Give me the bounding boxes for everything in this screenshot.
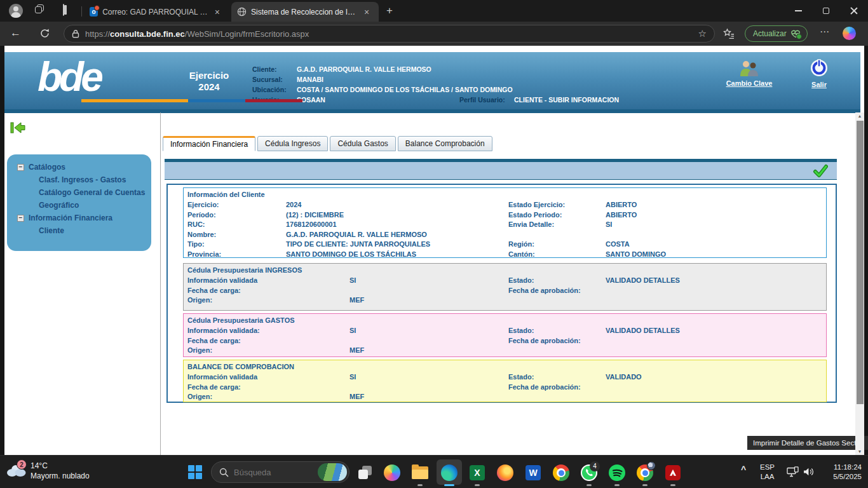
actualizar-button[interactable]: Actualizar xyxy=(745,25,808,42)
search-icon xyxy=(219,468,229,477)
info-row: Origen:MEF xyxy=(187,295,826,306)
search-highlight-image[interactable] xyxy=(318,463,347,481)
whatsapp-icon[interactable]: 4 xyxy=(580,463,599,482)
profile-avatar-icon[interactable] xyxy=(9,4,23,18)
outlook-icon: o xyxy=(90,7,98,17)
search-input[interactable] xyxy=(234,468,310,477)
copilot-taskbar-icon[interactable] xyxy=(383,463,402,482)
info-row: Origen:MEF xyxy=(187,392,826,402)
file-explorer-icon[interactable] xyxy=(410,463,430,482)
page-scrollbar[interactable]: ▲ ▼ xyxy=(855,112,864,455)
edge-icon[interactable] xyxy=(440,463,459,482)
actualizar-label: Actualizar xyxy=(753,29,787,38)
language-indicator[interactable]: ESP LAA xyxy=(760,463,775,482)
spotify-icon[interactable] xyxy=(607,463,627,482)
minimize-button[interactable] xyxy=(784,0,812,22)
excel-icon[interactable]: X xyxy=(468,463,487,482)
tab-balance-comprobacion[interactable]: Balance Comprobación xyxy=(398,136,492,151)
network-icon[interactable] xyxy=(787,466,799,480)
chrome-icon[interactable] xyxy=(552,463,571,482)
balance-comprobacion-panel: BALANCE DE COMPROBACION Información vali… xyxy=(183,360,827,402)
edge-active-indicator xyxy=(444,484,454,486)
panel-title: BALANCE DE COMPROBACION xyxy=(187,362,826,372)
acrobat-icon[interactable] xyxy=(663,463,682,482)
cedula-gastos-panel: Cédula Presupuestaria GASTOS Información… xyxy=(183,313,827,357)
chrome-profile-icon[interactable] xyxy=(635,463,654,482)
scrollbar-thumb[interactable] xyxy=(857,121,864,404)
url-text: https://consulta.bde.fin.ec/WebSim/Login… xyxy=(85,29,309,39)
browser-menu-icon[interactable]: ⋯ xyxy=(820,26,830,37)
browser-health-icon xyxy=(790,29,801,38)
collapse-menu-button[interactable] xyxy=(10,121,26,137)
header-bottom-bar xyxy=(4,109,860,113)
tray-time: 11:18:24 xyxy=(834,463,862,471)
sidebar-item-clasf-ingresos-gastos[interactable]: Clasf. Ingresos - Gastos xyxy=(7,173,151,186)
workspaces-icon[interactable] xyxy=(33,4,46,17)
tab-cedula-gastos[interactable]: Cédula Gastos xyxy=(330,136,395,151)
back-button[interactable]: ← xyxy=(10,27,21,39)
task-view-icon[interactable] xyxy=(356,463,375,482)
vertical-tabs-icon[interactable] xyxy=(61,4,74,17)
tab-cedula-ingresos[interactable]: Cédula Ingresos xyxy=(257,136,328,151)
info-row: RUC:1768120600001 Envia Detalle:SI xyxy=(187,220,826,230)
sidebar-item-geografico[interactable]: Geográfico xyxy=(7,199,151,212)
sidebar-item-cliente[interactable]: Cliente xyxy=(7,224,151,237)
validation-toolbar xyxy=(165,159,837,180)
tab-sistema[interactable]: Sistema de Recoleccion de Inform × xyxy=(231,2,379,22)
cambio-clave-link[interactable]: Cambio Clave xyxy=(721,60,777,87)
maximize-button[interactable] xyxy=(812,0,840,22)
info-row: Tipo:TIPO DE CLIENTE: JUNTA PARROQUIALES… xyxy=(187,240,826,250)
info-row: Información validadaSI Estado:VALIDADO D… xyxy=(187,276,826,286)
close-button[interactable] xyxy=(840,0,868,22)
url-domain: consulta.bde.fin.ec xyxy=(110,29,185,39)
tab-title: Sistema de Recoleccion de Inform xyxy=(251,8,358,17)
info-row: Fecha de carga: Fecha de aprobación: xyxy=(187,336,826,346)
info-row: Provincia:SANTO DOMINGO DE LOS TSÁCHILAS… xyxy=(187,250,826,260)
copilot-icon[interactable] xyxy=(843,27,856,40)
collapse-node-icon[interactable]: − xyxy=(17,215,24,222)
bookmark-star-icon[interactable]: ☆ xyxy=(698,28,707,39)
tab-close-icon[interactable]: × xyxy=(362,7,371,17)
scroll-up-icon[interactable]: ▲ xyxy=(855,114,864,118)
tab-title: Correo: GAD PARROQUIAL VALLE xyxy=(102,8,208,17)
bde-logo: bde xyxy=(37,53,100,100)
tab-correo[interactable]: o Correo: GAD PARROQUIAL VALLE × xyxy=(84,2,227,22)
tab-informacion-financiera[interactable]: Información Financiera xyxy=(163,136,255,151)
volume-icon[interactable] xyxy=(803,467,815,479)
address-bar[interactable]: https://consulta.bde.fin.ec/WebSim/Login… xyxy=(64,25,715,43)
whatsapp-badge: 4 xyxy=(590,461,600,471)
favorites-hub-icon[interactable] xyxy=(723,28,735,42)
word-icon[interactable]: W xyxy=(524,463,543,482)
scroll-down-icon[interactable]: ▼ xyxy=(855,449,864,454)
field-cliente: Cliente: G.A.D. PARROQUIAL R. VALLE HERM… xyxy=(252,64,619,74)
tab-close-icon[interactable]: × xyxy=(213,7,222,17)
sidebar-item-catalogos[interactable]: − Catálogos xyxy=(7,161,151,173)
tray-date: 5/5/2025 xyxy=(833,473,862,480)
weather-badge: 2 xyxy=(17,459,27,470)
cedula-ingresos-panel: Cédula Presupuestaria INGRESOS Informaci… xyxy=(183,263,827,311)
info-row: Nombre:G.A.D. PARROQUIAL R. VALLE HERMOS… xyxy=(187,230,826,240)
salir-link[interactable]: Salir xyxy=(800,58,838,88)
browser-tab-bar: o Correo: GAD PARROQUIAL VALLE × Sistema… xyxy=(0,0,868,22)
collapse-node-icon[interactable]: − xyxy=(17,164,24,171)
web-page: bde Ejercicio 2024 Cliente: G.A.D. PARRO… xyxy=(0,46,868,455)
refresh-button[interactable] xyxy=(39,28,50,41)
taskbar-search[interactable] xyxy=(211,461,349,483)
panel-title: Cédula Presupuestaria INGRESOS xyxy=(187,265,826,276)
tray-chevron-icon[interactable]: ^ xyxy=(741,464,746,475)
content-divider xyxy=(160,112,161,455)
validated-check-icon xyxy=(813,164,828,180)
new-tab-button[interactable]: + xyxy=(382,4,397,17)
browser-nav-bar: ← https://consulta.bde.fin.ec/WebSim/Log… xyxy=(0,22,868,46)
sidebar-item-informacion-financiera[interactable]: − Información Financiera xyxy=(7,212,151,224)
field-sucursal: Sucursal: MANABI xyxy=(252,74,619,85)
url-path: /WebSim/Login/frmEscritorio.aspx xyxy=(185,29,309,39)
sidebar-item-catalogo-general[interactable]: Catálogo General de Cuentas xyxy=(7,186,151,199)
start-button[interactable] xyxy=(188,465,202,479)
lock-icon xyxy=(72,29,79,38)
firefox-icon[interactable] xyxy=(496,463,515,482)
weather-widget[interactable]: 2 14°C Mayorm. nublado xyxy=(5,461,90,481)
tray-clock[interactable]: 11:18:24 5/5/2025 xyxy=(821,463,862,482)
page-right-edge xyxy=(864,46,868,455)
users-icon xyxy=(738,60,760,76)
